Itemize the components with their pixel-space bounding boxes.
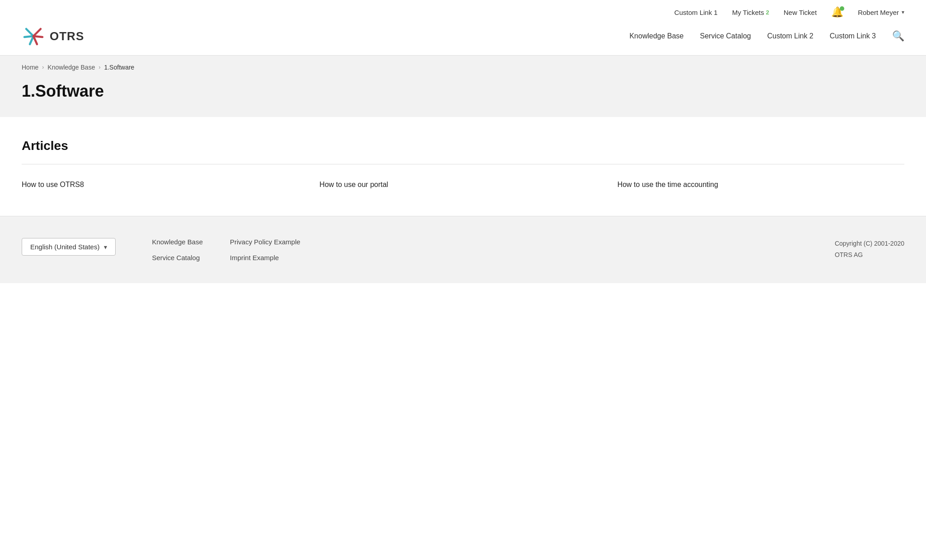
header-top: Custom Link 1 My Tickets 2 New Ticket 🔔 … xyxy=(0,0,926,24)
nav-service-catalog[interactable]: Service Catalog xyxy=(700,32,751,40)
footer-imprint[interactable]: Imprint Example xyxy=(230,254,300,261)
my-tickets-badge: 2 xyxy=(766,9,769,16)
nav-links: Knowledge Base Service Catalog Custom Li… xyxy=(629,30,904,42)
main-nav: OTRS Knowledge Base Service Catalog Cust… xyxy=(0,24,926,55)
footer-service-catalog[interactable]: Service Catalog xyxy=(152,254,203,261)
language-selector[interactable]: English (United States) ▾ xyxy=(22,238,116,256)
footer-privacy-policy[interactable]: Privacy Policy Example xyxy=(230,238,300,246)
articles-title: Articles xyxy=(22,139,904,153)
header: Custom Link 1 My Tickets 2 New Ticket 🔔 … xyxy=(0,0,926,56)
breadcrumb-knowledge-base[interactable]: Knowledge Base xyxy=(47,64,95,71)
nav-custom-link-2[interactable]: Custom Link 2 xyxy=(767,32,813,40)
chevron-down-icon: ▾ xyxy=(902,9,904,15)
nav-knowledge-base[interactable]: Knowledge Base xyxy=(629,32,683,40)
logo-text: OTRS xyxy=(50,29,84,43)
notification-bell[interactable]: 🔔 xyxy=(831,6,843,18)
breadcrumb: Home › Knowledge Base › 1.Software xyxy=(22,64,904,71)
footer-knowledge-base[interactable]: Knowledge Base xyxy=(152,238,203,246)
copyright-line-2: OTRS AG xyxy=(835,249,904,261)
user-menu[interactable]: Robert Meyer ▾ xyxy=(858,9,904,16)
notification-dot xyxy=(840,6,844,11)
page-title-bar: 1.Software xyxy=(0,77,926,117)
lang-chevron-icon: ▾ xyxy=(104,243,107,251)
footer-inner: English (United States) ▾ Knowledge Base… xyxy=(22,238,904,261)
breadcrumb-bar: Home › Knowledge Base › 1.Software xyxy=(0,56,926,77)
articles-grid: How to use OTRS8 How to use our portal H… xyxy=(22,181,904,189)
footer-copyright: Copyright (C) 2001-2020 OTRS AG xyxy=(835,238,904,261)
main-content: Articles How to use OTRS8 How to use our… xyxy=(0,117,926,216)
language-label: English (United States) xyxy=(30,243,99,251)
breadcrumb-current: 1.Software xyxy=(104,64,134,71)
breadcrumb-sep-1: › xyxy=(42,64,44,70)
page-title: 1.Software xyxy=(22,82,904,101)
footer-col-1: Knowledge Base Service Catalog xyxy=(152,238,203,261)
user-name: Robert Meyer xyxy=(858,9,899,16)
breadcrumb-home[interactable]: Home xyxy=(22,64,38,71)
footer-col-2: Privacy Policy Example Imprint Example xyxy=(230,238,300,261)
footer: English (United States) ▾ Knowledge Base… xyxy=(0,216,926,283)
top-nav-links: Custom Link 1 My Tickets 2 New Ticket xyxy=(674,9,817,16)
article-link-0[interactable]: How to use OTRS8 xyxy=(22,181,309,189)
logo[interactable]: OTRS xyxy=(22,24,84,48)
article-link-1[interactable]: How to use our portal xyxy=(319,181,606,189)
logo-icon xyxy=(22,24,45,48)
articles-divider xyxy=(22,164,904,164)
footer-language: English (United States) ▾ xyxy=(22,238,116,256)
svg-line-3 xyxy=(33,29,41,36)
nav-custom-link-3[interactable]: Custom Link 3 xyxy=(830,32,876,40)
article-link-2[interactable]: How to use the time accounting xyxy=(617,181,904,189)
svg-line-0 xyxy=(26,29,33,36)
custom-link-1[interactable]: Custom Link 1 xyxy=(674,9,718,16)
search-button[interactable]: 🔍 xyxy=(892,30,904,42)
footer-links: Knowledge Base Service Catalog Privacy P… xyxy=(152,238,300,261)
my-tickets-wrap: My Tickets 2 xyxy=(732,9,769,16)
copyright-line-1: Copyright (C) 2001-2020 xyxy=(835,238,904,249)
my-tickets-link[interactable]: My Tickets xyxy=(732,9,764,16)
breadcrumb-sep-2: › xyxy=(98,64,100,70)
new-ticket-link[interactable]: New Ticket xyxy=(784,9,817,16)
